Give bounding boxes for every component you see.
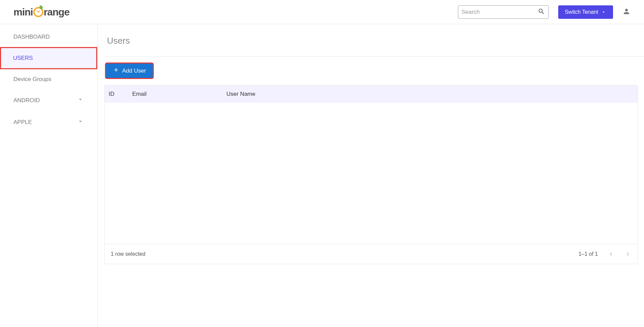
- sidebar-item-label: ANDROID: [13, 97, 40, 104]
- plus-icon: [113, 67, 119, 75]
- logo-orange-icon: [33, 7, 43, 17]
- logo-text-prefix: mini: [13, 6, 33, 18]
- column-header-username[interactable]: User Name: [226, 91, 634, 97]
- sidebar-item-label: Device Groups: [13, 76, 51, 83]
- column-header-id[interactable]: ID: [109, 91, 132, 97]
- users-table: ID Email User Name 1 row selected 1–1 of…: [104, 85, 638, 264]
- sidebar: DASHBOARD USERS Device Groups ANDROID AP…: [0, 24, 98, 327]
- table-header: ID Email User Name: [105, 85, 638, 103]
- sidebar-item-label: USERS: [13, 55, 33, 62]
- switch-tenant-label: Switch Tenant: [565, 9, 598, 15]
- add-user-label: Add User: [122, 68, 146, 74]
- page-title: Users: [104, 31, 644, 56]
- search-box[interactable]: [458, 5, 549, 19]
- sidebar-item-users[interactable]: USERS: [0, 47, 97, 69]
- add-user-button[interactable]: Add User: [105, 63, 154, 79]
- sidebar-item-device-groups[interactable]: Device Groups: [0, 69, 97, 89]
- logo-text-suffix: range: [44, 6, 70, 18]
- sidebar-item-label: DASHBOARD: [13, 34, 50, 40]
- chevron-down-icon: [77, 118, 84, 126]
- pagination-range: 1–1 of 1: [578, 251, 598, 257]
- search-icon[interactable]: [538, 8, 545, 16]
- selection-status: 1 row selected: [111, 251, 145, 257]
- app-header: mini range Switch Tenant: [0, 0, 644, 24]
- table-body: [105, 103, 638, 244]
- pagination-prev-button[interactable]: [607, 250, 615, 258]
- sidebar-item-apple[interactable]: APPLE: [0, 111, 97, 133]
- chevron-down-icon: [601, 9, 606, 15]
- sidebar-item-dashboard[interactable]: DASHBOARD: [0, 27, 97, 47]
- sidebar-item-android[interactable]: ANDROID: [0, 89, 97, 111]
- sidebar-item-label: APPLE: [13, 119, 32, 126]
- header-right: Switch Tenant: [458, 5, 631, 19]
- pagination-next-button[interactable]: [624, 250, 632, 258]
- switch-tenant-button[interactable]: Switch Tenant: [558, 5, 613, 19]
- pagination: 1–1 of 1: [578, 250, 632, 258]
- layout: DASHBOARD USERS Device Groups ANDROID AP…: [0, 24, 644, 327]
- search-input[interactable]: [462, 9, 538, 15]
- main-content: Users Add User ID Email User Name 1 row …: [98, 24, 644, 327]
- user-menu-icon[interactable]: [622, 7, 631, 17]
- column-header-email[interactable]: Email: [132, 91, 226, 97]
- logo: mini range: [13, 6, 69, 18]
- table-footer: 1 row selected 1–1 of 1: [105, 244, 638, 264]
- chevron-down-icon: [77, 96, 84, 105]
